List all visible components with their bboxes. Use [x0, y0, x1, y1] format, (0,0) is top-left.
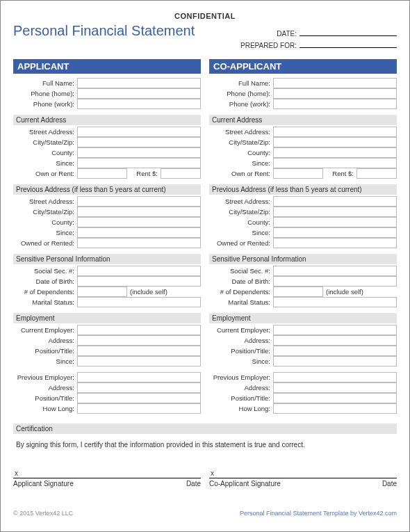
input-dob[interactable] — [77, 276, 201, 287]
co-input-rent-amt[interactable] — [356, 168, 397, 179]
co-label-dob: Date of Birth: — [209, 277, 273, 285]
co-input-own-rent[interactable] — [273, 168, 323, 179]
input-pemp-address[interactable] — [77, 382, 201, 393]
co-input-full-name[interactable] — [273, 78, 397, 88]
input-prev-emp[interactable] — [77, 372, 201, 382]
input-emp-since[interactable] — [77, 356, 201, 366]
input-pposition[interactable] — [77, 393, 201, 403]
prepared-for-label: PREPARED FOR: — [240, 42, 297, 49]
label-dependents: # of Dependents: — [13, 288, 77, 296]
co-label-street: Street Address: — [209, 128, 273, 136]
input-how-long[interactable] — [77, 403, 201, 414]
input-own-rent[interactable] — [77, 168, 127, 179]
co-input-dependents[interactable] — [273, 287, 323, 297]
applicant-signature-label: Applicant Signature — [13, 480, 74, 487]
co-input-csz[interactable] — [273, 137, 397, 147]
applicant-signature-line[interactable] — [13, 478, 201, 478]
co-input-dob[interactable] — [273, 276, 397, 287]
co-input-pcounty[interactable] — [273, 217, 397, 227]
co-input-how-long[interactable] — [273, 403, 397, 414]
co-label-owned-rented: Owned or Rented: — [209, 239, 273, 247]
co-input-street[interactable] — [273, 127, 397, 137]
certification-text: By signing this form, I certify that the… — [13, 441, 397, 449]
co-input-phone-home[interactable] — [273, 88, 397, 99]
label-prev-emp: Previous Employer: — [13, 373, 77, 381]
co-input-pposition[interactable] — [273, 393, 397, 403]
co-label-pposition: Position/Title: — [209, 394, 273, 402]
co-label-phone-home: Phone (home): — [209, 90, 273, 97]
co-label-full-name: Full Name: — [209, 79, 273, 87]
coapplicant-signature-label: Co-Applicant Signature — [209, 480, 281, 487]
input-marital[interactable] — [77, 297, 201, 307]
date-input[interactable] — [300, 35, 397, 36]
coapplicant-signature-block: x Co-Applicant SignatureDate — [209, 469, 397, 487]
label-pemp-address: Address: — [13, 384, 77, 392]
co-input-county[interactable] — [273, 147, 397, 158]
co-input-pstreet[interactable] — [273, 196, 397, 207]
include-self-hint: (include self) — [130, 288, 167, 296]
input-street[interactable] — [77, 127, 201, 137]
co-input-prev-emp[interactable] — [273, 372, 397, 382]
label-how-long: How Long: — [13, 405, 77, 412]
spi-bar: Sensitive Personal Information — [13, 254, 201, 264]
input-cur-emp[interactable] — [77, 325, 201, 335]
input-phone-home[interactable] — [77, 88, 201, 99]
co-label-own-rent: Own or Rent: — [209, 170, 273, 177]
co-input-cur-emp[interactable] — [273, 325, 397, 335]
co-input-phone-work[interactable] — [273, 99, 397, 109]
footer-copyright: © 2015 Vertex42 LLC — [13, 510, 73, 517]
input-position[interactable] — [77, 346, 201, 356]
co-input-emp-since[interactable] — [273, 356, 397, 366]
co-input-position[interactable] — [273, 346, 397, 356]
co-input-ssn[interactable] — [273, 266, 397, 276]
input-full-name[interactable] — [77, 78, 201, 88]
label-full-name: Full Name: — [13, 79, 77, 87]
input-ssn[interactable] — [77, 266, 201, 276]
co-label-pcounty: County: — [209, 218, 273, 226]
co-input-pcsz[interactable] — [273, 207, 397, 217]
confidential-label: CONFIDENTIAL — [13, 12, 397, 20]
label-psince: Since: — [13, 229, 77, 236]
co-label-dependents: # of Dependents: — [209, 288, 273, 296]
input-emp-address[interactable] — [77, 335, 201, 346]
co-label-marital: Marital Status: — [209, 298, 273, 306]
label-phone-home: Phone (home): — [13, 90, 77, 97]
co-input-owned-rented[interactable] — [273, 238, 397, 248]
label-marital: Marital Status: — [13, 298, 77, 306]
co-input-since[interactable] — [273, 158, 397, 168]
coapplicant-signature-line[interactable] — [209, 478, 397, 478]
input-owned-rented[interactable] — [77, 238, 201, 248]
label-pcounty: County: — [13, 218, 77, 226]
previous-address-bar: Previous Address (if less than 5 years a… — [13, 184, 201, 195]
input-rent-amt[interactable] — [161, 168, 201, 179]
co-input-psince[interactable] — [273, 227, 397, 238]
co-label-emp-address: Address: — [209, 337, 273, 344]
input-pcounty[interactable] — [77, 217, 201, 227]
input-pcsz[interactable] — [77, 207, 201, 217]
label-emp-since: Since: — [13, 357, 77, 365]
co-input-emp-address[interactable] — [273, 335, 397, 346]
co-label-pstreet: Street Address: — [209, 198, 273, 205]
sig-x-coapplicant: x — [209, 469, 397, 477]
co-label-pemp-address: Address: — [209, 384, 273, 392]
co-input-marital[interactable] — [273, 297, 397, 307]
label-emp-address: Address: — [13, 337, 77, 344]
co-label-csz: City/State/Zip: — [209, 138, 273, 146]
input-county[interactable] — [77, 147, 201, 158]
applicant-signature-block: x Applicant SignatureDate — [13, 469, 201, 487]
prepared-for-input[interactable] — [300, 47, 397, 48]
input-dependents[interactable] — [77, 287, 127, 297]
label-ssn: Social Sec. #: — [13, 267, 77, 275]
label-pstreet: Street Address: — [13, 198, 77, 205]
certification-bar: Certification — [13, 424, 397, 434]
input-since[interactable] — [77, 158, 201, 168]
co-input-pemp-address[interactable] — [273, 382, 397, 393]
coapplicant-header: CO-APPLICANT — [209, 59, 397, 74]
input-psince[interactable] — [77, 227, 201, 238]
input-pstreet[interactable] — [77, 196, 201, 207]
co-spi-bar: Sensitive Personal Information — [209, 254, 397, 264]
employment-bar: Employment — [13, 313, 201, 323]
input-csz[interactable] — [77, 137, 201, 147]
co-label-rent-amt: Rent $: — [323, 170, 356, 177]
input-phone-work[interactable] — [77, 99, 201, 109]
